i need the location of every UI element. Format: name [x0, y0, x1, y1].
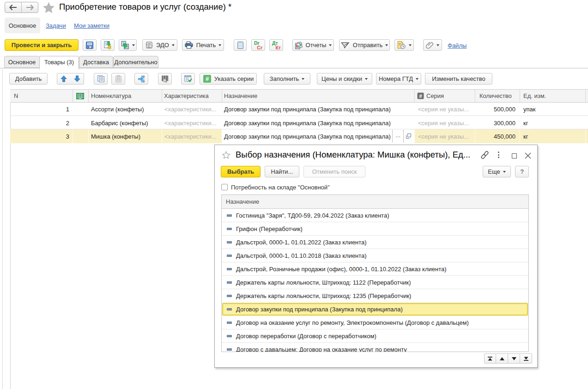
svg-text:#: #: [206, 75, 209, 82]
svg-text:#: #: [419, 93, 422, 99]
